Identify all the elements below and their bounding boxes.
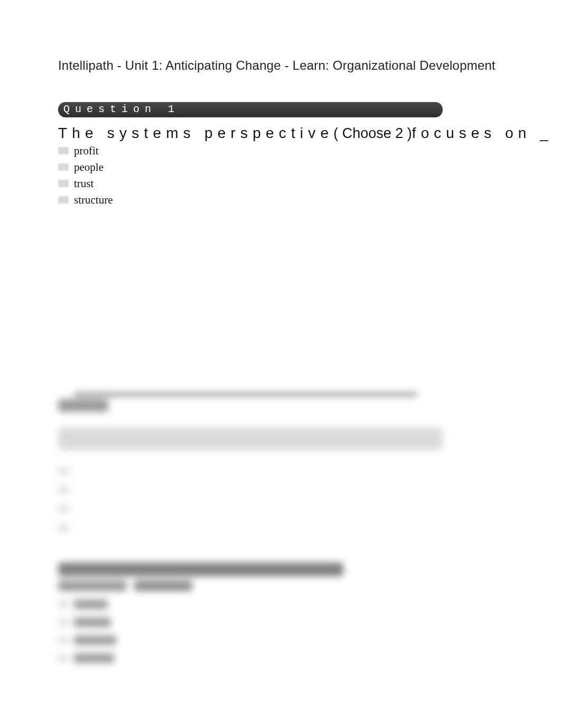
option-label: trust	[74, 177, 94, 190]
option-row[interactable]: people	[58, 159, 503, 175]
checkbox-icon	[58, 486, 69, 494]
blurred-text-word	[58, 399, 108, 412]
blurred-option-label	[74, 618, 111, 627]
breadcrumb: Intellipath - Unit 1: Anticipating Chang…	[58, 58, 503, 73]
blurred-question-3	[58, 563, 503, 666]
checkbox-icon[interactable]	[58, 196, 69, 204]
blurred-options	[58, 463, 503, 536]
blurred-question-subtitle	[58, 580, 503, 591]
checkbox-icon[interactable]	[58, 180, 69, 187]
choose-hint: ( Choose 2 )	[333, 125, 412, 141]
question-text-prefix: The systems perspective	[58, 125, 333, 141]
blurred-option-label	[74, 600, 108, 609]
option-row	[58, 596, 503, 612]
option-row	[58, 614, 503, 630]
option-row	[58, 632, 503, 648]
option-row	[58, 463, 503, 479]
question-text-suffix: focuses on _	[412, 125, 553, 141]
blurred-option-label	[74, 635, 116, 645]
checkbox-icon	[58, 619, 69, 626]
blurred-options	[58, 596, 503, 666]
checkbox-icon	[58, 505, 69, 513]
blurred-option-label	[74, 504, 127, 514]
option-row	[58, 482, 503, 498]
option-row	[58, 650, 503, 666]
question-options: profit people trust structure	[58, 143, 503, 208]
checkbox-icon	[58, 655, 69, 662]
blurred-option-label	[74, 653, 114, 663]
checkbox-icon	[58, 601, 69, 608]
blurred-text-line	[74, 393, 417, 396]
checkbox-icon	[58, 467, 69, 475]
blurred-preview-section	[58, 393, 503, 666]
option-row	[58, 520, 503, 536]
blurred-question-header	[58, 428, 443, 450]
option-label: people	[74, 161, 104, 174]
option-row[interactable]: profit	[58, 143, 503, 159]
question-header: Question 1	[58, 102, 443, 117]
checkbox-icon[interactable]	[58, 163, 69, 171]
blurred-option-label	[74, 485, 127, 495]
option-label: profit	[74, 144, 99, 158]
checkbox-icon	[58, 637, 69, 644]
option-row	[58, 501, 503, 517]
checkbox-icon	[58, 524, 69, 532]
option-label: structure	[74, 193, 113, 207]
blurred-option-label	[74, 523, 127, 533]
blurred-text-word	[58, 580, 127, 591]
blurred-question-title	[58, 563, 343, 576]
checkbox-icon[interactable]	[58, 147, 69, 154]
option-row[interactable]: trust	[58, 176, 503, 191]
question-text: The systems perspective( Choose 2 )focus…	[58, 125, 503, 142]
blurred-option-label	[74, 466, 127, 476]
blurred-text-word	[134, 580, 192, 591]
option-row[interactable]: structure	[58, 192, 503, 208]
